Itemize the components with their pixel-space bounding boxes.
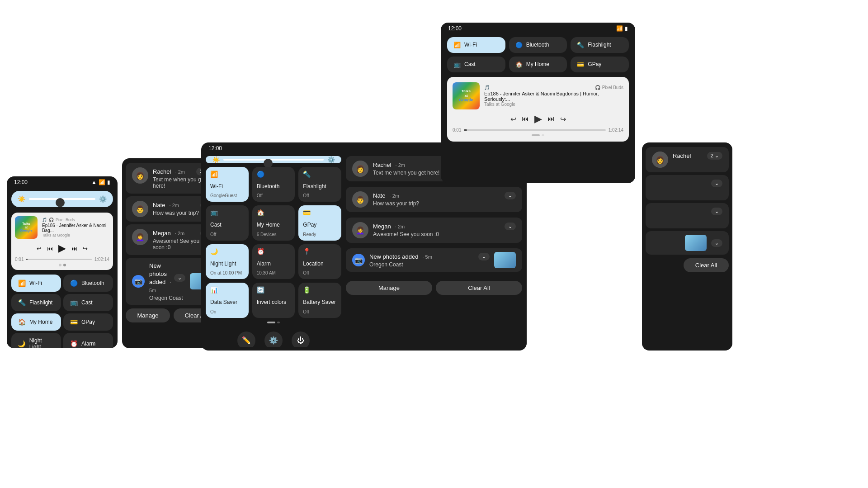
manage-clear-row-3: Manage Clear All bbox=[346, 281, 522, 295]
settings-button-3[interactable]: ⚙️ bbox=[264, 332, 283, 347]
skip-fwd-button-1[interactable]: ⏭ bbox=[71, 245, 77, 252]
tile-cast-3[interactable]: 📺 Cast Off bbox=[206, 205, 249, 240]
tile-nightlight-3[interactable]: 🌙 Night Light On at 10:00 PM bbox=[206, 244, 249, 279]
bottom-toolbar-3: ✏️ ⚙️ ⏻ bbox=[206, 327, 341, 347]
tile-gpay-3[interactable]: 💳 GPay Ready bbox=[298, 205, 341, 240]
brightness-icon-3: ☀️ bbox=[212, 156, 220, 163]
alarm-icon-3: ⏰ bbox=[257, 248, 264, 255]
avatar-rachel-5: 👩 bbox=[652, 152, 668, 168]
power-button-3[interactable]: ⏻ bbox=[292, 332, 310, 347]
ff-btn-4[interactable]: ↪ bbox=[560, 115, 566, 123]
avatar-megan-5 bbox=[652, 208, 668, 224]
tile-myhome-3[interactable]: 🏠 My Home 6 Devices bbox=[252, 205, 295, 240]
gpay-icon-4: 💳 bbox=[577, 61, 584, 68]
tile-nightlight-1[interactable]: 🌙 Night Light bbox=[11, 333, 61, 348]
tile-cast-4[interactable]: 📺 Cast bbox=[447, 57, 505, 72]
notif-time-nate-2: · 2m bbox=[168, 203, 179, 208]
clear-all-button-5[interactable]: Clear All bbox=[684, 258, 729, 272]
home-icon-4: 🏠 bbox=[515, 61, 523, 68]
status-time-1: 12:00 bbox=[14, 179, 28, 185]
tile-gpay-1[interactable]: 💳 GPay bbox=[63, 313, 113, 331]
tile-bluetooth-1[interactable]: 🔵 Bluetooth bbox=[63, 275, 113, 292]
tile-gpay-4[interactable]: 💳 GPay bbox=[571, 57, 629, 72]
notif-time-rachel-3: · 2m bbox=[394, 162, 405, 168]
expand-nate-3[interactable]: ⌄ bbox=[505, 192, 516, 199]
tile-cast-1[interactable]: 📺 Cast bbox=[63, 294, 113, 311]
tile-flashlight-1[interactable]: 🔦 Flashlight bbox=[11, 294, 61, 311]
photo-thumbnail-3 bbox=[494, 252, 516, 268]
tile-alarm-3[interactable]: ⏰ Alarm 10:30 AM bbox=[252, 244, 295, 279]
expand-megan-3[interactable]: ⌄ bbox=[505, 223, 516, 230]
tile-wifi-1[interactable]: 📶 Wi-Fi bbox=[11, 275, 61, 292]
expand-photos-2[interactable]: ⌄ bbox=[174, 274, 185, 282]
tile-datasaver-3[interactable]: 📊 Data Saver On bbox=[206, 283, 249, 317]
progress-fill-4 bbox=[464, 129, 467, 131]
expand-megan-5[interactable]: ⌄ bbox=[711, 208, 722, 215]
skip-back-button-1[interactable]: ⏮ bbox=[47, 245, 53, 252]
media-player-1: TalksatGoogle 🎵 🎧 Pixel Buds Ep186 - Jen… bbox=[11, 213, 113, 270]
tile-bluetooth-4[interactable]: 🔵 Bluetooth bbox=[509, 37, 567, 53]
battery-icon-4: ▮ bbox=[625, 25, 628, 32]
page-dots-3 bbox=[206, 322, 341, 323]
manage-clear-row-5: Clear All bbox=[646, 258, 729, 272]
expand-photos-3[interactable]: ⌄ bbox=[478, 253, 490, 261]
tile-flashlight-3[interactable]: 🔦 Flashlight Off bbox=[298, 167, 341, 202]
notif-rachel-5: 👩 Rachel 2 ⌄ bbox=[646, 147, 729, 172]
progress-bar-1[interactable] bbox=[26, 259, 91, 260]
wifi-icon-4: 📶 bbox=[453, 42, 461, 48]
notif-nate-3: 👨 Nate · 2m ⌄ How was your trip? bbox=[346, 187, 522, 212]
tile-wifi-3[interactable]: 📶 Wi-Fi GoogleGuest bbox=[206, 167, 249, 202]
media-title-4: Ep186 - Jennifer Asker & Naomi Bagdonas … bbox=[484, 91, 623, 102]
tile-location-3[interactable]: 📍 Location Off bbox=[298, 244, 341, 279]
tile-myhome-1[interactable]: 🏠 My Home bbox=[11, 313, 61, 331]
progress-fill-1 bbox=[26, 259, 28, 260]
play-btn-4[interactable]: ▶ bbox=[534, 113, 542, 125]
current-time-4: 0:01 bbox=[453, 128, 461, 133]
quick-tiles-1: 📶 Wi-Fi 🔵 Bluetooth 🔦 Flashlight 📺 Cast … bbox=[11, 275, 113, 348]
manage-button-2[interactable]: Manage bbox=[126, 308, 170, 322]
tile-bluetooth-3[interactable]: 🔵 Bluetooth Off bbox=[252, 167, 295, 202]
expand-nate-5[interactable]: ⌄ bbox=[711, 180, 722, 187]
notif-name-rachel-3: Rachel bbox=[373, 161, 391, 168]
tile-myhome-4[interactable]: 🏠 My Home bbox=[509, 57, 567, 72]
media-dot-4a bbox=[532, 134, 540, 136]
manage-button-3[interactable]: Manage bbox=[346, 281, 432, 295]
edit-button-3[interactable]: ✏️ bbox=[237, 332, 255, 347]
skip-fwd-btn-4[interactable]: ⏭ bbox=[547, 115, 555, 123]
notif-text-nate-3: How was your trip? bbox=[373, 200, 516, 207]
dot-active-3 bbox=[267, 322, 275, 323]
avatar-megan-2: 👩‍🦱 bbox=[132, 229, 148, 245]
play-button-1[interactable]: ▶ bbox=[58, 242, 66, 254]
notif-time-photos-3: · 5m bbox=[421, 254, 432, 260]
notif-time-megan-2: · 2m bbox=[174, 231, 184, 236]
rewind-btn-4[interactable]: ↩ bbox=[510, 115, 516, 123]
notif-text-photos-2: Oregon Coast bbox=[149, 295, 185, 301]
invert-icon-3: 🔄 bbox=[257, 286, 264, 294]
avatar-megan-3: 👩‍🦱 bbox=[352, 222, 368, 238]
signal-icon: ▲ bbox=[91, 179, 97, 185]
notif-content-megan-5: ⌄ bbox=[673, 208, 722, 215]
media-info-1: 🎵 🎧 Pixel Buds Ep186 - Jennifer Asker & … bbox=[42, 218, 109, 237]
gpay-icon-1: 💳 bbox=[70, 318, 78, 326]
device-tablet-top-right: 12:00 📶 ▮ 📶 Wi-Fi 🔵 Bluetooth 🔦 Flashlig… bbox=[441, 23, 635, 183]
wifi-icon-status-4: 📶 bbox=[616, 25, 623, 32]
fast-fwd-button-1[interactable]: ↪ bbox=[83, 245, 88, 252]
tile-invertcolors-3[interactable]: 🔄 Invert colors bbox=[252, 283, 295, 317]
tile-batterysaver-3[interactable]: 🔋 Battery Saver Off bbox=[298, 283, 341, 317]
brightness-slider-1[interactable]: ☀️ ⚙️ bbox=[11, 191, 113, 207]
tile-wifi-4[interactable]: 📶 Wi-Fi bbox=[447, 37, 505, 53]
clear-all-button-3[interactable]: Clear All bbox=[436, 281, 522, 295]
device-partial-right: 👩 Rachel 2 ⌄ ⌄ ⌄ ⌄ Clear All bbox=[642, 142, 732, 351]
brightness-track bbox=[29, 198, 95, 200]
cast-icon-4: 📺 bbox=[453, 61, 461, 68]
brightness-slider-3[interactable]: ☀️ ⚙️ bbox=[206, 156, 341, 163]
rewind-button-1[interactable]: ↩ bbox=[37, 245, 42, 252]
expand-photos-5[interactable]: ⌄ bbox=[711, 239, 722, 247]
photo-thumbnail-5 bbox=[685, 235, 707, 251]
skip-back-btn-4[interactable]: ⏮ bbox=[522, 115, 529, 123]
battery-icon-3t: 🔋 bbox=[303, 286, 311, 294]
progress-bar-4[interactable] bbox=[464, 129, 605, 131]
tile-alarm-1[interactable]: ⏰ Alarm bbox=[63, 333, 113, 348]
tile-flashlight-4[interactable]: 🔦 Flashlight bbox=[571, 37, 629, 53]
expand-rachel-5[interactable]: 2 ⌄ bbox=[707, 152, 722, 160]
